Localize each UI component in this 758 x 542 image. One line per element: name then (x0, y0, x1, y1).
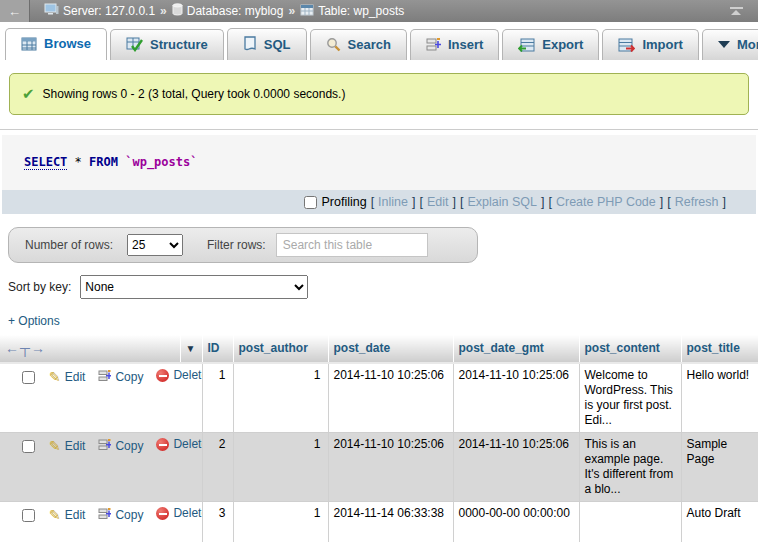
bracket: ] (660, 195, 663, 209)
chevron-down-icon (718, 41, 730, 48)
browse-icon (21, 37, 37, 51)
cell-post-author: 1 (233, 502, 328, 542)
column-header-post-content[interactable]: post_content (579, 335, 681, 363)
breadcrumb-separator: » (160, 4, 167, 18)
bracket: [ (419, 195, 422, 209)
cell-post-date-gmt: 2014-11-10 10:25:06 (453, 363, 579, 433)
breadcrumb-server[interactable]: Server: 127.0.0.1 (44, 3, 155, 19)
copy-icon (98, 369, 111, 386)
profiling-label: Profiling (321, 195, 366, 209)
collapse-icon[interactable] (728, 7, 758, 15)
bracket: ] (723, 195, 726, 209)
delete-link[interactable]: Delete (156, 506, 202, 521)
edit-link[interactable]: ✎Edit (49, 508, 85, 523)
breadcrumb-database-label: Database: myblog (187, 4, 284, 18)
breadcrumb-database[interactable]: Database: myblog (172, 3, 284, 19)
copy-link[interactable]: Copy (98, 369, 143, 386)
section-divider (0, 129, 758, 130)
number-of-rows-select[interactable]: 25 (127, 234, 183, 256)
edit-link[interactable]: ✎Edit (49, 439, 85, 454)
column-header-post-author[interactable]: post_author (233, 335, 328, 363)
cell-post-date: 2014-11-10 10:25:06 (328, 433, 453, 502)
delete-label: Delete (173, 368, 202, 383)
profiling-checkbox[interactable] (304, 196, 317, 209)
pencil-icon: ✎ (49, 439, 61, 454)
bracket: ] (453, 195, 456, 209)
edit-query-link[interactable]: Edit (427, 195, 449, 209)
pencil-icon: ✎ (49, 370, 61, 385)
cell-post-content: This is an example page. It's different … (579, 433, 681, 502)
sql-keyword-from: FROM (89, 155, 118, 169)
tab-search-label: Search (348, 37, 391, 52)
table-row: ✎EditCopyDelete 2 1 2014-11-10 10:25:06 … (0, 433, 758, 502)
copy-link[interactable]: Copy (98, 507, 143, 524)
delete-icon (156, 507, 169, 520)
row-checkbox[interactable] (22, 509, 35, 522)
sql-icon (243, 36, 257, 52)
column-move-header[interactable]: ←┬→ (0, 335, 180, 363)
with-selected-header[interactable]: ▼ (180, 335, 202, 363)
cell-post-author: 1 (233, 433, 328, 502)
tab-export[interactable]: Export (502, 29, 599, 60)
copy-icon (98, 438, 111, 455)
refresh-link[interactable]: Refresh (675, 195, 719, 209)
tab-sql-label: SQL (264, 37, 291, 52)
tab-insert-label: Insert (448, 37, 483, 52)
bracket: [ (667, 195, 670, 209)
sort-by-key-label: Sort by key: (8, 280, 71, 294)
edit-link[interactable]: ✎Edit (49, 370, 85, 385)
profiling-toggle[interactable]: Profiling (304, 195, 366, 209)
filter-rows-input[interactable] (276, 233, 428, 257)
sql-star: * (75, 155, 82, 169)
status-message-text: Showing rows 0 - 2 (3 total, Query took … (43, 87, 346, 101)
sql-keyword-select[interactable]: SELECT (24, 155, 67, 170)
breadcrumb-separator: » (288, 4, 295, 18)
cell-id: 2 (202, 433, 233, 502)
column-header-post-date-gmt[interactable]: post_date_gmt (453, 335, 579, 363)
move-columns-icon[interactable]: ←┬→ (5, 340, 46, 356)
row-checkbox[interactable] (22, 440, 35, 453)
explain-sql-link[interactable]: Explain SQL (467, 195, 536, 209)
column-header-post-title[interactable]: post_title (681, 335, 758, 363)
cell-post-title: Hello world! (681, 363, 758, 433)
sort-dropdown-icon[interactable]: ▼ (186, 343, 196, 354)
tab-structure[interactable]: Structure (110, 29, 224, 60)
cell-post-content (579, 502, 681, 542)
delete-link[interactable]: Delete (156, 437, 202, 452)
table-row: ✎EditCopyDelete 1 1 2014-11-10 10:25:06 … (0, 363, 758, 433)
search-icon (326, 37, 341, 52)
breadcrumb: Server: 127.0.0.1 » Database: myblog » T… (30, 3, 728, 19)
breadcrumb-table[interactable]: Table: wp_posts (300, 4, 404, 19)
status-message: ✔ Showing rows 0 - 2 (3 total, Query too… (9, 73, 749, 115)
back-button[interactable]: ← (0, 0, 30, 22)
delete-label: Delete (173, 437, 202, 452)
edit-label: Edit (65, 370, 86, 385)
bracket: [ (371, 195, 374, 209)
cell-post-title: Sample Page (681, 433, 758, 502)
inline-link[interactable]: Inline (378, 195, 408, 209)
bracket: [ (460, 195, 463, 209)
delete-link[interactable]: Delete (156, 368, 202, 383)
copy-link[interactable]: Copy (98, 438, 143, 455)
bracket: [ (548, 195, 551, 209)
tab-search[interactable]: Search (310, 29, 407, 60)
tab-insert[interactable]: Insert (410, 29, 499, 60)
tab-import[interactable]: Import (602, 29, 698, 60)
cell-post-date: 2014-11-14 06:33:38 (328, 502, 453, 542)
delete-icon (156, 369, 169, 382)
server-icon (44, 3, 59, 19)
tab-sql[interactable]: SQL (227, 28, 307, 60)
column-header-post-date[interactable]: post_date (328, 335, 453, 363)
tab-more[interactable]: More (702, 29, 758, 60)
tab-browse[interactable]: Browse (5, 28, 107, 60)
column-header-id[interactable]: ID (202, 335, 233, 363)
cell-post-author: 1 (233, 363, 328, 433)
options-toggle-link[interactable]: + Options (8, 314, 60, 328)
row-checkbox[interactable] (22, 371, 35, 384)
breadcrumb-bar: ← Server: 127.0.0.1 » Database: myblog »… (0, 0, 758, 22)
structure-icon (126, 37, 143, 52)
table-row: ✎EditCopyDelete 3 1 2014-11-14 06:33:38 … (0, 502, 758, 542)
tab-structure-label: Structure (150, 37, 208, 52)
create-php-code-link[interactable]: Create PHP Code (556, 195, 656, 209)
sort-by-key-select[interactable]: None (80, 275, 308, 299)
